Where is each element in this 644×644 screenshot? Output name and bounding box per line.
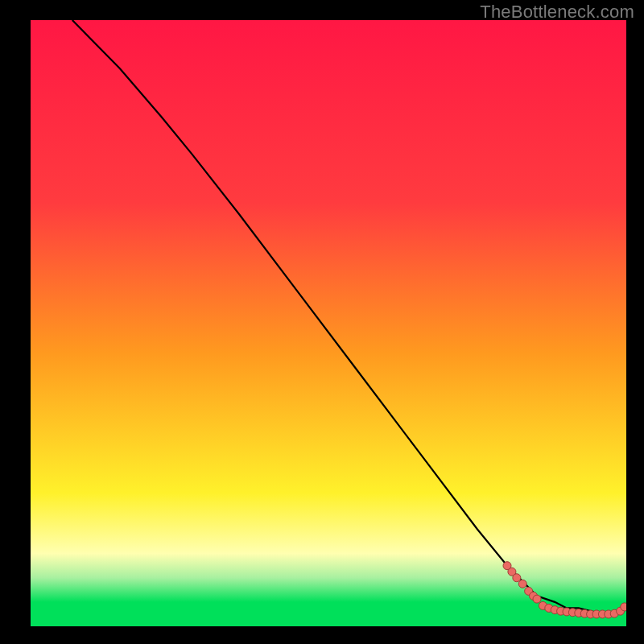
data-dot xyxy=(621,603,626,611)
plot-svg xyxy=(31,20,626,626)
data-dot xyxy=(533,595,541,603)
data-dot xyxy=(513,574,521,582)
chart-frame: TheBottleneck.com xyxy=(0,0,644,644)
gradient-background xyxy=(31,20,626,626)
plot-area xyxy=(31,20,626,626)
data-dot xyxy=(518,580,526,588)
